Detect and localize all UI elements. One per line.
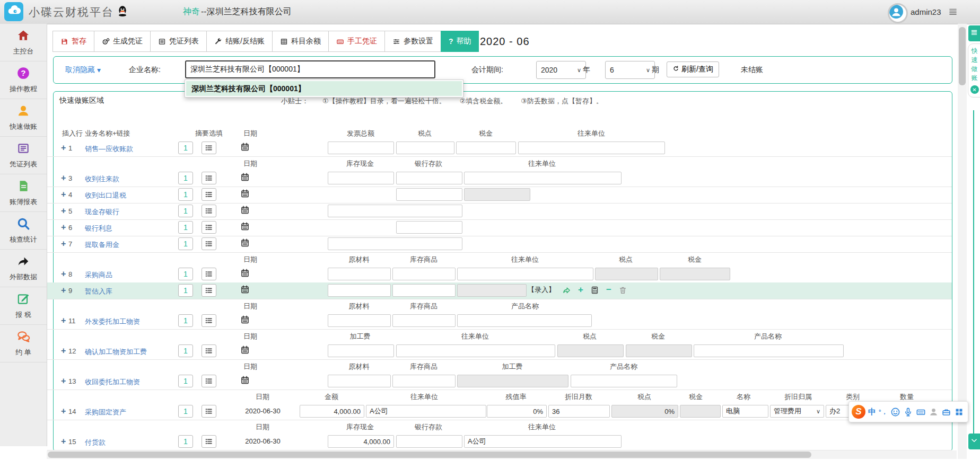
insert-row-icon[interactable]: + xyxy=(61,239,66,249)
cell-input[interactable] xyxy=(328,172,394,184)
row-count-box[interactable]: 1 xyxy=(178,314,193,327)
row-count-box[interactable]: 1 xyxy=(178,237,193,250)
insert-row-icon[interactable]: + xyxy=(61,316,66,325)
insert-row-icon[interactable]: + xyxy=(61,376,66,386)
cell-input[interactable] xyxy=(518,141,665,154)
cell-input[interactable] xyxy=(328,344,394,357)
vertical-scrollbar-thumb[interactable] xyxy=(959,27,966,85)
cell-input[interactable] xyxy=(328,314,391,327)
cell-select[interactable]: 管理费用∨ xyxy=(770,405,824,418)
sidebar-item-快速做账[interactable]: 快速做账 xyxy=(0,99,47,137)
row-count-box[interactable]: 1 xyxy=(178,405,193,418)
quicknav-label[interactable]: 快速做账✕ xyxy=(968,43,980,98)
cell-input[interactable] xyxy=(457,268,593,280)
row-count-box[interactable]: 1 xyxy=(178,435,193,448)
sidebar-item-报税[interactable]: 报 税 xyxy=(0,287,47,325)
summary-list-button[interactable] xyxy=(202,284,216,297)
insert-row-icon[interactable]: + xyxy=(61,286,66,295)
insert-row-icon[interactable]: + xyxy=(61,269,66,279)
suggestion-item[interactable]: 深圳兰芝科技有限公司【000001】 xyxy=(186,81,462,96)
sidebar-item-凭证列表[interactable]: 凭证列表 xyxy=(0,137,47,174)
business-link[interactable]: 暂估入库 xyxy=(85,287,112,296)
business-link[interactable]: 收回委托加工物资 xyxy=(85,377,140,387)
cell-input[interactable] xyxy=(694,344,844,357)
calendar-icon[interactable] xyxy=(240,189,251,200)
vertical-scrollbar[interactable] xyxy=(958,24,967,459)
horizontal-scrollbar-thumb[interactable] xyxy=(48,452,811,458)
summary-list-button[interactable] xyxy=(202,188,216,201)
entry-label[interactable]: 【录入】 xyxy=(528,285,555,295)
quicknav-expand-button[interactable] xyxy=(968,434,980,449)
toolbar-button-生成凭证[interactable]: 生成凭证 xyxy=(94,31,151,52)
summary-list-button[interactable] xyxy=(202,221,216,234)
sidebar-item-外部数据[interactable]: 外部数据 xyxy=(0,250,47,287)
insert-row-icon[interactable]: + xyxy=(61,346,66,356)
cell-input[interactable]: 36 xyxy=(548,405,610,418)
summary-list-button[interactable] xyxy=(202,435,216,448)
calendar-icon[interactable] xyxy=(240,345,251,357)
cell-input[interactable]: 0% xyxy=(487,405,547,418)
cell-input[interactable] xyxy=(571,375,677,387)
month-select[interactable]: 6∨ xyxy=(605,61,655,79)
insert-row-icon[interactable]: + xyxy=(61,223,66,232)
row-count-box[interactable]: 1 xyxy=(178,284,193,297)
insert-row-icon[interactable]: + xyxy=(61,143,66,153)
hamburger-icon[interactable] xyxy=(948,7,958,19)
cell-input[interactable] xyxy=(396,435,462,448)
mic-icon[interactable] xyxy=(903,407,913,417)
cell-input[interactable]: 4,000.00 xyxy=(300,405,364,418)
cell-input[interactable] xyxy=(396,221,462,234)
qq-penguin-icon[interactable] xyxy=(116,4,129,20)
horizontal-scrollbar[interactable] xyxy=(47,450,957,459)
cell-input[interactable] xyxy=(392,268,456,280)
business-link[interactable]: 付货款 xyxy=(85,438,106,447)
business-link[interactable]: 收到往来款 xyxy=(85,174,119,184)
cell-input[interactable] xyxy=(396,344,555,357)
business-link[interactable]: 销售—应收账款 xyxy=(85,144,133,154)
cell-input[interactable]: A公司 xyxy=(366,405,486,418)
cell-input[interactable] xyxy=(396,188,462,201)
calendar-icon[interactable] xyxy=(240,222,251,233)
calculator-icon[interactable] xyxy=(590,286,599,295)
summary-list-button[interactable] xyxy=(202,344,216,357)
insert-row-icon[interactable]: + xyxy=(61,190,66,199)
toolbar-button-参数设置[interactable]: 参数设置 xyxy=(384,31,441,52)
summary-list-button[interactable] xyxy=(202,141,216,154)
business-link[interactable]: 银行利息 xyxy=(85,224,112,233)
summary-list-button[interactable] xyxy=(202,375,216,387)
calendar-icon[interactable] xyxy=(240,285,251,296)
keyboard-icon[interactable] xyxy=(916,407,926,417)
toolbar-button-手工凭证[interactable]: 手工凭证 xyxy=(328,31,385,52)
cell-input[interactable] xyxy=(456,141,516,154)
insert-row-icon[interactable]: + xyxy=(61,173,66,183)
row-count-box[interactable]: 1 xyxy=(178,221,193,234)
trash-icon[interactable] xyxy=(618,286,627,295)
summary-list-button[interactable] xyxy=(202,172,216,184)
cancel-hide-link[interactable]: 取消隐藏 ▾ xyxy=(65,57,101,83)
avatar[interactable] xyxy=(888,3,908,23)
insert-row-icon[interactable]: + xyxy=(61,206,66,216)
business-link[interactable]: 采购商品 xyxy=(85,270,112,280)
cell-input[interactable] xyxy=(328,268,391,280)
cell-input[interactable] xyxy=(328,237,462,250)
calendar-icon[interactable] xyxy=(240,142,251,154)
cell-input[interactable] xyxy=(457,314,592,327)
cell-input[interactable]: A公司 xyxy=(464,435,622,448)
row-count-box[interactable]: 1 xyxy=(178,141,193,154)
plus-icon[interactable]: + xyxy=(578,285,583,295)
insert-row-icon[interactable]: + xyxy=(61,437,66,446)
sidebar-item-核查统计[interactable]: 核查统计 xyxy=(0,212,47,250)
close-icon[interactable]: ✕ xyxy=(970,85,979,94)
calendar-icon[interactable] xyxy=(240,172,251,184)
punctuation-toggle[interactable]: °， xyxy=(879,408,888,416)
summary-list-button[interactable] xyxy=(202,205,216,217)
quicknav-menu-button[interactable] xyxy=(968,25,980,41)
refresh-query-button[interactable]: 刷新/查询 xyxy=(667,61,719,77)
calendar-icon[interactable] xyxy=(240,315,251,326)
export-icon[interactable] xyxy=(562,286,571,295)
emoji-icon[interactable] xyxy=(890,407,900,417)
business-link[interactable]: 提取备用金 xyxy=(85,240,119,250)
summary-list-button[interactable] xyxy=(202,268,216,280)
cell-input[interactable] xyxy=(392,375,456,387)
insert-row-icon[interactable]: + xyxy=(61,406,66,416)
